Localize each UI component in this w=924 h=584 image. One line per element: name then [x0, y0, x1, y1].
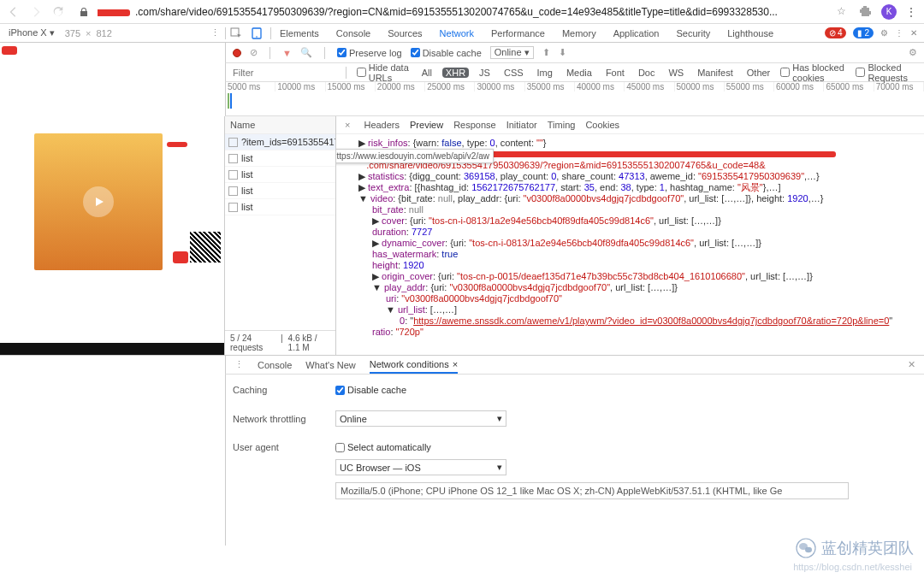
wechat-icon: [796, 538, 816, 558]
filter-css[interactable]: CSS: [500, 68, 527, 78]
json-line[interactable]: duration: 7727: [343, 227, 917, 238]
search-icon[interactable]: 🔍: [300, 47, 312, 58]
blocked-requests-checkbox[interactable]: Blocked Requests: [856, 62, 917, 83]
json-line[interactable]: 0: "https://aweme.snssdk.com/aweme/v1/pl…: [343, 316, 917, 327]
json-line[interactable]: ▶ origin_cover: {uri: "tos-cn-p-0015/dea…: [343, 271, 917, 282]
tab-console[interactable]: Console: [335, 28, 372, 38]
json-line[interactable]: ▶ dynamic_cover: {uri: "tos-cn-i-0813/1a…: [343, 238, 917, 249]
timeline-marker: [228, 93, 233, 109]
detail-tab-response[interactable]: Response: [453, 120, 496, 130]
json-line[interactable]: bit_rate: null: [343, 204, 917, 215]
filter-other[interactable]: Other: [743, 68, 774, 78]
info-badge[interactable]: ▮ 2: [853, 27, 874, 38]
throttling-select[interactable]: Online ▾: [490, 46, 534, 59]
record-icon[interactable]: [233, 49, 241, 57]
filter-doc[interactable]: Doc: [635, 68, 659, 78]
filter-img[interactable]: Img: [534, 68, 556, 78]
extensions-icon[interactable]: [859, 5, 873, 19]
request-row[interactable]: list: [225, 183, 335, 199]
detail-tab-preview[interactable]: Preview: [410, 120, 443, 130]
close-drawer-icon[interactable]: ✕: [908, 359, 915, 370]
close-devtools-icon[interactable]: ✕: [910, 28, 917, 38]
address-bar[interactable]: .com/share/video/6915355417950309639/?re…: [98, 6, 828, 18]
json-line[interactable]: ▶ text_extra: [{hashtag_id: 156217267576…: [343, 182, 917, 193]
filter-font[interactable]: Font: [602, 68, 628, 78]
preserve-log-checkbox[interactable]: Preserve log: [337, 48, 402, 58]
play-icon[interactable]: [83, 186, 114, 217]
request-row[interactable]: ?item_ids=691535541795...: [225, 134, 335, 150]
tab-application[interactable]: Application: [612, 28, 661, 38]
throttling-preset-select[interactable]: Online▾: [335, 410, 506, 427]
viewport-width[interactable]: 375: [65, 28, 80, 38]
tab-security[interactable]: Security: [674, 28, 712, 38]
more-icon[interactable]: ⋮: [895, 28, 903, 38]
json-line[interactable]: ▼ play_addr: {uri: "v0300f8a0000bvs4dgjq…: [343, 282, 917, 293]
filter-all[interactable]: All: [418, 68, 435, 78]
reload-icon[interactable]: [51, 5, 65, 19]
json-line[interactable]: ▶ risk_infos: {warn: false, type: 0, con…: [343, 138, 917, 149]
inspect-icon[interactable]: [226, 27, 246, 39]
hide-data-urls-checkbox[interactable]: Hide data URLs: [357, 62, 412, 83]
json-line[interactable]: ▶ statistics: {digg_count: 369158, play_…: [343, 171, 917, 182]
tab-memory[interactable]: Memory: [560, 28, 598, 38]
clear-icon[interactable]: ⊘: [250, 47, 258, 58]
filter-icon[interactable]: ▼: [282, 48, 292, 58]
preview-body[interactable]: https://www.iesdouyin.com/web/api/v2/aw …: [336, 134, 924, 339]
select-auto-checkbox[interactable]: Select automatically: [335, 442, 678, 452]
avatar[interactable]: K: [881, 4, 897, 20]
ua-preset-select[interactable]: UC Browser — iOS▾: [335, 459, 506, 475]
drawer-disable-cache-checkbox[interactable]: Disable cache: [335, 385, 678, 395]
drawer-tab-console[interactable]: Console: [258, 360, 292, 370]
back-icon[interactable]: [7, 5, 21, 19]
toggle-device-icon[interactable]: [246, 27, 267, 39]
json-line[interactable]: height: 1920: [343, 260, 917, 271]
viewport-height[interactable]: 812: [97, 28, 112, 38]
device-select[interactable]: iPhone X ▾: [9, 27, 55, 38]
svg-rect-4: [230, 93, 232, 109]
qr-code[interactable]: [190, 232, 221, 263]
json-line[interactable]: has_watermark: true: [343, 249, 917, 260]
import-icon[interactable]: ⬆: [542, 47, 550, 58]
times-icon: ×: [86, 28, 91, 38]
ua-string-input[interactable]: Mozilla/5.0 (iPhone; CPU iPhone OS 12_1 …: [335, 482, 849, 499]
tab-lighthouse[interactable]: Lighthouse: [726, 28, 775, 38]
drawer-tab-netcond[interactable]: Network conditions×: [370, 359, 458, 374]
detail-tab-timing[interactable]: Timing: [548, 120, 576, 130]
device-menu-icon[interactable]: ⋮: [210, 27, 220, 38]
request-row[interactable]: list: [225, 199, 335, 215]
filter-ws[interactable]: WS: [665, 68, 687, 78]
drawer-menu-icon[interactable]: ⋮: [234, 359, 244, 370]
chrome-menu-icon[interactable]: ⋮: [905, 5, 917, 19]
error-badge[interactable]: ⊘ 4: [825, 27, 847, 38]
forward-icon[interactable]: [29, 5, 43, 19]
blocked-cookies-checkbox[interactable]: Has blocked cookies: [780, 62, 849, 83]
json-line[interactable]: ratio: "720p": [343, 327, 917, 338]
json-line[interactable]: ▶ cover: {uri: "tos-cn-i-0813/1a2e94e56b…: [343, 215, 917, 227]
request-row[interactable]: list: [225, 167, 335, 183]
tab-elements[interactable]: Elements: [278, 28, 321, 38]
export-icon[interactable]: ⬇: [559, 47, 566, 58]
detail-tab-initiator[interactable]: Initiator: [506, 120, 537, 130]
json-line[interactable]: vid: "v0300f8a0000bvs4dgjq7jcdbdgoof70": [343, 338, 917, 339]
filter-manifest[interactable]: Manifest: [694, 68, 737, 78]
video-thumbnail[interactable]: [34, 133, 163, 270]
detail-tab-cookies[interactable]: Cookies: [585, 120, 619, 130]
drawer-tab-whatsnew[interactable]: What's New: [305, 360, 355, 370]
filter-input[interactable]: [233, 68, 335, 78]
star-icon[interactable]: ☆: [837, 5, 850, 19]
settings-icon[interactable]: ⚙: [880, 28, 888, 38]
network-settings-icon[interactable]: ⚙: [909, 47, 917, 58]
tab-performance[interactable]: Performance: [489, 28, 547, 38]
tab-network[interactable]: Network: [438, 28, 476, 38]
json-line[interactable]: ▼ video: {bit_rate: null, play_addr: {ur…: [343, 193, 917, 204]
detail-tab-headers[interactable]: Headers: [364, 120, 400, 130]
filter-js[interactable]: JS: [476, 68, 494, 78]
request-row[interactable]: list: [225, 150, 335, 167]
tab-sources[interactable]: Sources: [386, 28, 424, 38]
json-line[interactable]: uri: "v0300f8a0000bvs4dgjq7jcdbdgoof70": [343, 293, 917, 304]
close-detail-icon[interactable]: ×: [345, 120, 350, 130]
filter-xhr[interactable]: XHR: [442, 68, 469, 78]
disable-cache-checkbox[interactable]: Disable cache: [411, 48, 482, 58]
filter-media[interactable]: Media: [563, 68, 595, 78]
json-line[interactable]: ▼ url_list: […,…]: [343, 304, 917, 316]
